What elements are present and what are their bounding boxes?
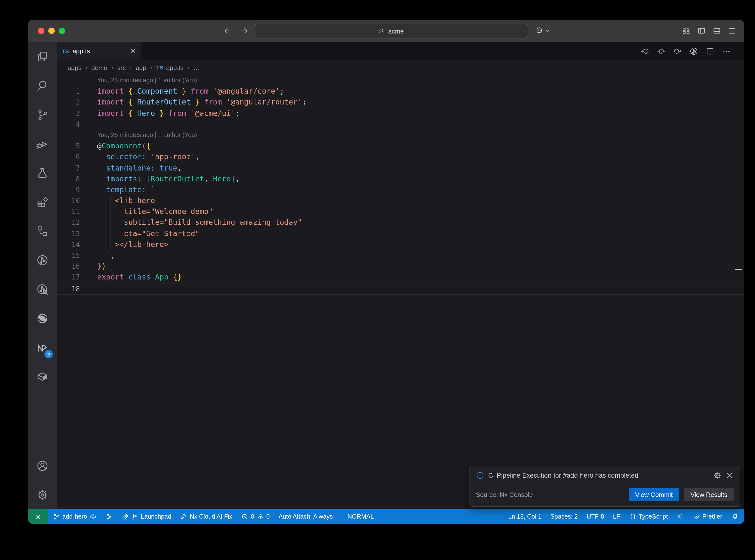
customize-layout-icon[interactable] (682, 27, 690, 35)
line-number: 5 (57, 140, 80, 151)
code-line: 15 `, (57, 250, 744, 261)
activitybar-item-explorer[interactable] (28, 42, 57, 71)
statusbar-notifications-bell[interactable] (731, 513, 738, 520)
statusbar-encoding[interactable]: UTF-8 (587, 513, 604, 520)
code-text: imports: [RouterOutlet, Hero], (97, 173, 240, 184)
testing-beaker-icon (36, 166, 49, 179)
copilot-menu[interactable] (535, 20, 550, 42)
notification-close-icon[interactable] (726, 471, 734, 480)
code-line: 1import { Component } from '@angular/cor… (57, 86, 744, 97)
breadcrumb-item[interactable]: demo (91, 64, 107, 71)
split-editor-icon[interactable] (706, 46, 715, 56)
statusbar-launchpad[interactable]: Launchpad (122, 513, 171, 520)
circle-line-icon[interactable] (657, 46, 666, 56)
code-text: export class App {} (97, 272, 182, 283)
line-number: 2 (57, 97, 80, 108)
view-results-button[interactable]: View Results (684, 488, 734, 501)
breadcrumb-separator: › (85, 64, 87, 71)
activitybar-item-settings-gear[interactable] (28, 480, 57, 509)
activitybar-item-extensions[interactable] (28, 187, 57, 216)
notification-title: CI Pipeline Execution for #add-hero has … (488, 472, 709, 479)
zoom-window-button[interactable] (59, 27, 65, 34)
arrow-right-icon[interactable] (240, 27, 249, 35)
statusbar-copilot-status[interactable] (677, 513, 684, 520)
activitybar-item-source-control[interactable] (28, 100, 57, 129)
statusbar-vim-mode[interactable]: -- NORMAL -- (342, 513, 379, 520)
activitybar-item-graph-search-circle[interactable] (28, 275, 57, 304)
breadcrumb-item[interactable]: apps (67, 64, 81, 71)
minimize-window-button[interactable] (48, 27, 55, 34)
statusbar-auto-attach[interactable]: Auto Attach: Always (279, 513, 333, 520)
statusbar-cursor-position[interactable]: Ln 18, Col 1 (508, 513, 541, 520)
info-icon (476, 471, 484, 480)
code-text: cta="Get Started" (97, 228, 199, 239)
activitybar-item-testing-beaker[interactable] (28, 158, 57, 187)
toggle-panel-icon[interactable] (713, 27, 721, 35)
tab-app-ts[interactable]: TS app.ts ✕ (57, 42, 141, 60)
tab-close-icon[interactable]: ✕ (130, 47, 136, 55)
title-bar: acme (28, 20, 744, 42)
toggle-sidebar-icon[interactable] (697, 27, 706, 35)
nav-back-circle-icon[interactable] (641, 46, 650, 56)
line-number: 7 (57, 162, 80, 173)
graph-circle-icon[interactable] (690, 46, 698, 56)
code-line: 17export class App {} (57, 272, 744, 283)
line-number: 1 (57, 86, 80, 97)
command-center-search[interactable]: acme (254, 24, 528, 38)
blame-annotation: You, 26 minutes ago | 1 author (You) (57, 129, 744, 140)
typescript-file-icon: TS (62, 48, 69, 54)
code-line: 8 imports: [RouterOutlet, Hero], (57, 173, 744, 184)
statusbar-pipeline-status[interactable] (105, 513, 113, 520)
statusbar-formatter[interactable]: Prettier (693, 513, 722, 520)
activitybar-item-type-hierarchy[interactable] (28, 216, 57, 245)
view-commit-button[interactable]: View Commit (629, 488, 679, 501)
statusbar-language-mode[interactable]: TypeScript (629, 513, 668, 520)
activitybar-item-search[interactable] (28, 71, 57, 100)
pipeline-icon (105, 513, 113, 520)
tab-bar: TS app.ts ✕ (57, 42, 744, 60)
line-number (57, 75, 80, 86)
extensions-icon (36, 196, 49, 208)
copilot-icon (677, 513, 684, 520)
statusbar-nx-cloud-ai-fix[interactable]: Nx Cloud AI Fix (180, 513, 232, 520)
arrow-left-icon[interactable] (223, 27, 232, 35)
breadcrumb-item[interactable]: … (194, 64, 200, 71)
statusbar-eol[interactable]: LF (613, 513, 620, 520)
close-window-button[interactable] (38, 27, 44, 34)
more-actions-icon[interactable] (722, 46, 731, 56)
graph-search-circle-icon (36, 283, 49, 296)
statusbar-problems[interactable]: 00 (241, 513, 270, 520)
code-line: 12 subtitle="Build something amazing tod… (57, 217, 744, 228)
code-editor[interactable]: You, 26 minutes ago | 1 author (You)1imp… (57, 75, 744, 509)
code-text: @Component({ (97, 140, 151, 151)
git-branch-icon (131, 513, 138, 520)
breadcrumb-item[interactable]: src (117, 64, 126, 71)
account-icon (36, 459, 49, 472)
container-box-icon (36, 370, 49, 383)
code-line: 14 ></lib-hero> (57, 239, 744, 250)
breadcrumb-item[interactable]: TSapp.ts (156, 64, 184, 71)
blame-text: You, 26 minutes ago | 1 author (You) (97, 129, 197, 140)
activitybar-item-swirl-logo[interactable] (28, 304, 57, 333)
tab-label: app.ts (73, 47, 90, 55)
activitybar-item-account[interactable] (28, 451, 57, 480)
breadcrumb-item[interactable]: app (136, 64, 146, 71)
activitybar-item-run-debug[interactable] (28, 129, 57, 158)
line-number: 15 (57, 250, 80, 261)
statusbar-indentation[interactable]: Spaces: 2 (550, 513, 578, 520)
activitybar-item-graph-circle[interactable] (28, 245, 57, 275)
toggle-secondary-sidebar-icon[interactable] (728, 27, 736, 35)
line-number: 9 (57, 184, 80, 195)
activitybar-item-container-box[interactable] (28, 362, 57, 391)
line-number: 11 (57, 206, 80, 217)
notification-settings-gear-icon[interactable] (713, 471, 721, 480)
activitybar-item-nx-logo[interactable]: 2 (28, 333, 57, 362)
remote-indicator[interactable] (28, 509, 48, 524)
vscode-window: acme 2 TS app.ts ✕ apps›demo›src›app›TSa… (28, 20, 744, 524)
line-number: 3 (57, 108, 80, 119)
statusbar-branch-status[interactable]: add-hero (53, 513, 97, 520)
line-number: 18 (57, 283, 80, 294)
rocket-icon (122, 513, 129, 520)
line-number: 4 (57, 119, 80, 129)
circle-arrow-right-icon[interactable] (673, 46, 682, 56)
